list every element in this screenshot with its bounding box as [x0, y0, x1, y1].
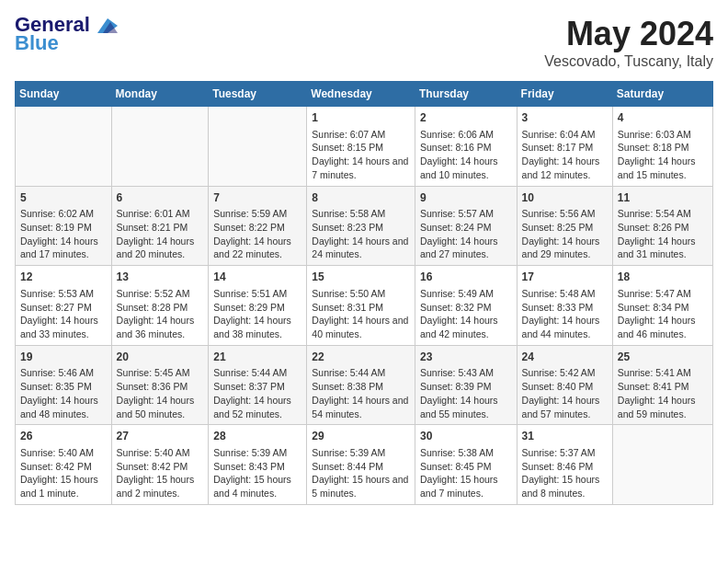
calendar-cell: 17Sunrise: 5:48 AMSunset: 8:33 PMDayligh… — [517, 266, 612, 346]
day-number: 14 — [213, 270, 301, 285]
sunset-text: Sunset: 8:43 PM — [213, 460, 301, 474]
daylight-text: Daylight: 14 hours and 48 minutes. — [20, 394, 107, 420]
daylight-text: Daylight: 14 hours and 36 minutes. — [117, 314, 204, 340]
logo: General Blue — [15, 15, 118, 53]
calendar-cell: 22Sunrise: 5:44 AMSunset: 8:38 PMDayligh… — [307, 345, 415, 425]
sunrise-text: Sunrise: 5:39 AM — [312, 446, 410, 460]
sunset-text: Sunset: 8:42 PM — [117, 460, 204, 474]
daylight-text: Daylight: 14 hours and 31 minutes. — [618, 235, 708, 261]
day-number: 11 — [618, 190, 708, 206]
sunset-text: Sunset: 8:18 PM — [618, 141, 708, 155]
calendar-cell: 1Sunrise: 6:07 AMSunset: 8:15 PMDaylight… — [307, 107, 415, 187]
daylight-text: Daylight: 14 hours and 52 minutes. — [213, 394, 301, 420]
day-number: 23 — [420, 350, 512, 365]
day-number: 24 — [522, 350, 608, 365]
day-number: 10 — [522, 190, 608, 206]
sunset-text: Sunset: 8:40 PM — [522, 380, 608, 394]
day-number: 26 — [20, 429, 107, 444]
daylight-text: Daylight: 14 hours and 20 minutes. — [117, 235, 204, 261]
sunset-text: Sunset: 8:28 PM — [117, 301, 204, 315]
sunrise-text: Sunrise: 5:41 AM — [618, 366, 708, 380]
calendar-cell: 14Sunrise: 5:51 AMSunset: 8:29 PMDayligh… — [209, 266, 307, 346]
day-header-saturday: Saturday — [612, 82, 712, 107]
day-header-monday: Monday — [111, 82, 209, 107]
calendar-table: SundayMondayTuesdayWednesdayThursdayFrid… — [15, 81, 713, 505]
sunrise-text: Sunrise: 5:53 AM — [20, 287, 107, 301]
calendar-cell: 31Sunrise: 5:37 AMSunset: 8:46 PMDayligh… — [517, 425, 612, 505]
sunrise-text: Sunrise: 6:03 AM — [618, 128, 708, 142]
day-number: 9 — [420, 190, 512, 206]
sunrise-text: Sunrise: 5:45 AM — [117, 366, 204, 380]
day-number: 17 — [522, 270, 608, 285]
calendar-cell: 23Sunrise: 5:43 AMSunset: 8:39 PMDayligh… — [415, 345, 517, 425]
sunrise-text: Sunrise: 5:42 AM — [522, 366, 608, 380]
title-block: May 2024 Vescovado, Tuscany, Italy — [544, 15, 713, 70]
sunrise-text: Sunrise: 5:51 AM — [213, 287, 301, 301]
sunset-text: Sunset: 8:44 PM — [312, 460, 410, 474]
calendar-cell: 25Sunrise: 5:41 AMSunset: 8:41 PMDayligh… — [612, 345, 712, 425]
day-number: 19 — [20, 350, 107, 365]
sunrise-text: Sunrise: 5:57 AM — [420, 207, 512, 221]
sunrise-text: Sunrise: 5:37 AM — [522, 446, 608, 460]
calendar-cell: 3Sunrise: 6:04 AMSunset: 8:17 PMDaylight… — [517, 107, 612, 187]
calendar-cell: 5Sunrise: 6:02 AMSunset: 8:19 PMDaylight… — [16, 186, 112, 266]
daylight-text: Daylight: 14 hours and 59 minutes. — [618, 394, 708, 420]
calendar-cell: 10Sunrise: 5:56 AMSunset: 8:25 PMDayligh… — [517, 186, 612, 266]
sunset-text: Sunset: 8:41 PM — [618, 380, 708, 394]
sunrise-text: Sunrise: 6:02 AM — [20, 207, 107, 221]
daylight-text: Daylight: 14 hours and 17 minutes. — [20, 235, 107, 261]
sunset-text: Sunset: 8:45 PM — [420, 460, 512, 474]
day-number: 8 — [312, 190, 410, 206]
calendar-cell — [16, 107, 112, 187]
sunset-text: Sunset: 8:23 PM — [312, 221, 410, 235]
calendar-cell: 21Sunrise: 5:44 AMSunset: 8:37 PMDayligh… — [209, 345, 307, 425]
calendar-cell — [209, 107, 307, 187]
calendar-cell — [612, 425, 712, 505]
calendar-cell: 16Sunrise: 5:49 AMSunset: 8:32 PMDayligh… — [415, 266, 517, 346]
sunset-text: Sunset: 8:42 PM — [20, 460, 107, 474]
sunset-text: Sunset: 8:24 PM — [420, 221, 512, 235]
sunset-text: Sunset: 8:17 PM — [522, 141, 608, 155]
sunrise-text: Sunrise: 6:01 AM — [117, 207, 204, 221]
daylight-text: Daylight: 15 hours and 4 minutes. — [213, 473, 301, 500]
day-number: 25 — [618, 350, 708, 365]
calendar-cell: 18Sunrise: 5:47 AMSunset: 8:34 PMDayligh… — [612, 266, 712, 346]
day-number: 27 — [117, 429, 204, 444]
sunrise-text: Sunrise: 5:40 AM — [20, 446, 107, 460]
day-number: 4 — [618, 110, 708, 126]
sunset-text: Sunset: 8:34 PM — [618, 301, 708, 315]
daylight-text: Daylight: 14 hours and 44 minutes. — [522, 314, 608, 340]
day-header-thursday: Thursday — [415, 82, 517, 107]
sunset-text: Sunset: 8:25 PM — [522, 221, 608, 235]
sunset-text: Sunset: 8:16 PM — [420, 141, 512, 155]
day-number: 1 — [312, 110, 410, 126]
sunset-text: Sunset: 8:32 PM — [420, 301, 512, 315]
day-number: 16 — [420, 270, 512, 285]
daylight-text: Daylight: 14 hours and 12 minutes. — [522, 155, 608, 181]
sunset-text: Sunset: 8:31 PM — [312, 301, 410, 315]
daylight-text: Daylight: 14 hours and 24 minutes. — [312, 235, 410, 261]
calendar-cell: 2Sunrise: 6:06 AMSunset: 8:16 PMDaylight… — [415, 107, 517, 187]
sunset-text: Sunset: 8:35 PM — [20, 380, 107, 394]
page-subtitle: Vescovado, Tuscany, Italy — [544, 53, 713, 70]
calendar-cell: 7Sunrise: 5:59 AMSunset: 8:22 PMDaylight… — [209, 186, 307, 266]
sunset-text: Sunset: 8:38 PM — [312, 380, 410, 394]
daylight-text: Daylight: 14 hours and 57 minutes. — [522, 394, 608, 420]
daylight-text: Daylight: 15 hours and 2 minutes. — [117, 473, 204, 500]
sunrise-text: Sunrise: 5:47 AM — [618, 287, 708, 301]
sunrise-text: Sunrise: 5:59 AM — [213, 207, 301, 221]
day-number: 2 — [420, 110, 512, 126]
daylight-text: Daylight: 14 hours and 55 minutes. — [420, 394, 512, 420]
daylight-text: Daylight: 14 hours and 38 minutes. — [213, 314, 301, 340]
sunrise-text: Sunrise: 6:06 AM — [420, 128, 512, 142]
calendar-cell: 27Sunrise: 5:40 AMSunset: 8:42 PMDayligh… — [111, 425, 209, 505]
daylight-text: Daylight: 15 hours and 5 minutes. — [312, 473, 410, 500]
calendar-cell: 19Sunrise: 5:46 AMSunset: 8:35 PMDayligh… — [16, 345, 112, 425]
day-number: 3 — [522, 110, 608, 126]
daylight-text: Daylight: 14 hours and 10 minutes. — [420, 155, 512, 181]
sunrise-text: Sunrise: 5:52 AM — [117, 287, 204, 301]
day-number: 29 — [312, 429, 410, 444]
sunrise-text: Sunrise: 5:40 AM — [117, 446, 204, 460]
sunrise-text: Sunrise: 5:50 AM — [312, 287, 410, 301]
daylight-text: Daylight: 14 hours and 42 minutes. — [420, 314, 512, 340]
